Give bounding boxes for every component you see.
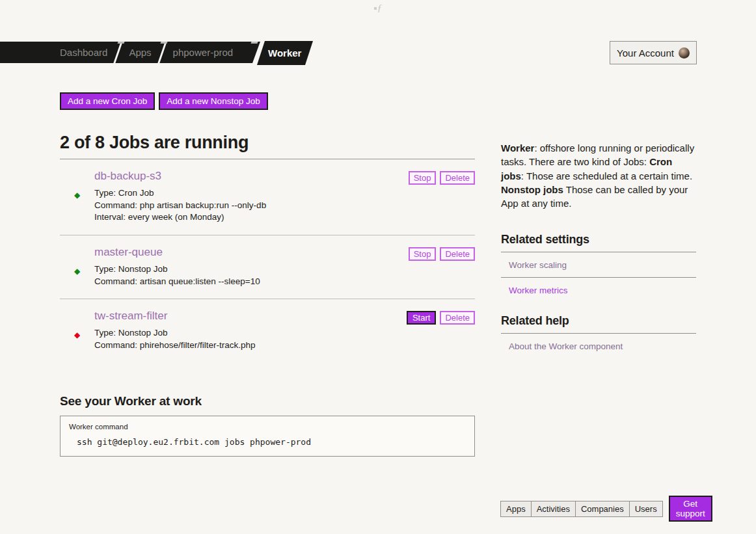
main-nav: Dashboard Apps phpower-prod [0, 42, 260, 63]
footer-nav: Apps Activities Companies Users Get supp… [500, 496, 697, 522]
nav-tab-worker[interactable]: Worker [257, 41, 313, 65]
delete-job-button[interactable]: Delete [440, 247, 475, 261]
nav-separator-icon [157, 42, 167, 63]
job-row: ◆ db-backup-s3 Type: Cron Job Command: p… [60, 159, 475, 235]
sidebar-link-row: About the Worker component [501, 334, 696, 358]
job-details: tw-stream-filter Type: Nonstop Job Comma… [94, 310, 407, 351]
footer-companies-button[interactable]: Companies [575, 501, 630, 517]
job-actions: Start Delete [407, 310, 475, 351]
delete-job-button[interactable]: Delete [440, 171, 475, 185]
job-status-column: ◆ [60, 310, 94, 351]
worker-command-box: Worker command ssh git@deploy.eu2.frbit.… [60, 416, 475, 457]
nav-tab-worker-label: Worker [268, 47, 301, 59]
nav-tab-dashboard[interactable]: Dashboard [60, 47, 107, 58]
delete-job-button[interactable]: Delete [440, 311, 475, 325]
related-help-heading: Related help [501, 314, 696, 328]
status-running-diamond-icon: ◆ [74, 191, 80, 200]
get-support-button[interactable]: Get support [669, 496, 712, 522]
job-status-column: ◆ [60, 246, 94, 287]
link-worker-scaling[interactable]: Worker scaling [509, 260, 567, 270]
job-row: ◆ tw-stream-filter Type: Nonstop Job Com… [60, 299, 475, 362]
job-type-line: Type: Nonstop Job [94, 327, 407, 340]
job-action-row: Add a new Cron Job Add a new Nonstop Job [60, 92, 475, 110]
job-status-column: ◆ [60, 170, 94, 224]
worker-at-work-section: See your Worker at work Worker command s… [60, 394, 475, 457]
start-job-button[interactable]: Start [407, 311, 436, 325]
nav-separator-icon [114, 42, 123, 63]
your-account-button[interactable]: Your Account [610, 41, 697, 64]
add-cron-job-button[interactable]: Add a new Cron Job [60, 92, 155, 110]
sidebar-link-row: Worker scaling [501, 252, 696, 278]
link-worker-metrics[interactable]: Worker metrics [509, 286, 568, 295]
status-stopped-diamond-icon: ◆ [74, 330, 80, 340]
job-list: ◆ db-backup-s3 Type: Cron Job Command: p… [60, 159, 475, 362]
status-running-diamond-icon: ◆ [74, 267, 80, 276]
stop-job-button[interactable]: Stop [409, 247, 437, 261]
job-actions: Stop Delete [409, 170, 475, 224]
nav-separator-tail [160, 42, 167, 44]
stop-job-button[interactable]: Stop [409, 171, 437, 185]
nav-tab-apps[interactable]: Apps [129, 47, 151, 58]
job-command-line: Command: phirehose/filter/filter-track.p… [94, 340, 407, 352]
footer-activities-button[interactable]: Activities [531, 501, 576, 517]
avatar [679, 47, 690, 59]
worker-command-label: Worker command [69, 423, 466, 431]
job-title-link[interactable]: master-queue [94, 246, 163, 259]
logo-f-glyph: ƒ [377, 3, 383, 13]
job-title-link[interactable]: db-backup-s3 [94, 170, 161, 183]
job-details: master-queue Type: Nonstop Job Command: … [94, 246, 409, 287]
footer-apps-button[interactable]: Apps [500, 501, 532, 517]
sidebar-link-row: Worker metrics [501, 278, 696, 302]
your-account-label: Your Account [617, 47, 674, 59]
fortrabbit-logo: ƒ [0, 2, 756, 14]
job-type-line: Type: Cron Job [94, 187, 409, 200]
job-actions: Stop Delete [409, 246, 475, 287]
footer-users-button[interactable]: Users [629, 501, 663, 517]
help-sidebar: Worker: offshore long running or periodi… [501, 141, 696, 358]
nav-tab-phpower-prod[interactable]: phpower-prod [173, 47, 234, 58]
worker-at-work-heading: See your Worker at work [60, 394, 475, 408]
nav-separator-tail [117, 42, 124, 44]
job-command-line: Command: php artisan backup:run --only-d… [94, 200, 409, 212]
job-row: ◆ master-queue Type: Nonstop Job Command… [60, 235, 475, 299]
job-details: db-backup-s3 Type: Cron Job Command: php… [94, 170, 409, 224]
job-type-line: Type: Nonstop Job [94, 263, 409, 276]
nav-separator-tail [250, 42, 258, 44]
worker-command-text: ssh git@deploy.eu2.frbit.com jobs phpowe… [77, 437, 466, 447]
jobs-heading: 2 of 8 Jobs are running [60, 133, 475, 153]
logo-dot-icon [374, 7, 377, 10]
job-interval-line: Interval: every week (on Monday) [94, 211, 409, 224]
add-nonstop-job-button[interactable]: Add a new Nonstop Job [159, 92, 267, 110]
job-command-line: Command: artisan queue:listen --sleep=10 [94, 276, 409, 288]
job-title-link[interactable]: tw-stream-filter [94, 310, 167, 323]
main-content: Add a new Cron Job Add a new Nonstop Job… [60, 92, 475, 362]
related-settings-heading: Related settings [501, 233, 696, 247]
link-about-worker-component[interactable]: About the Worker component [509, 341, 623, 351]
worker-description: Worker: offshore long running or periodi… [501, 141, 696, 210]
